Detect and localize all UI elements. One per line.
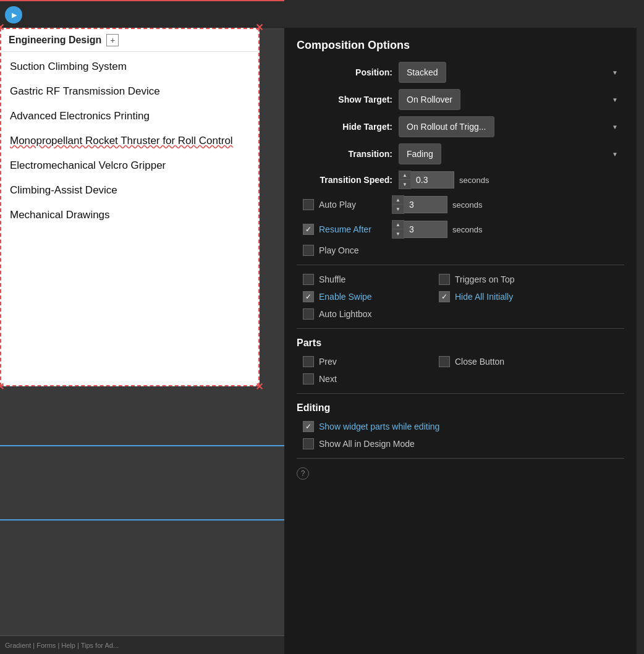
position-label: Position: (297, 67, 392, 77)
play-button[interactable] (5, 6, 22, 23)
list-item[interactable]: Monopropellant Rocket Thruster for Roll … (1, 129, 258, 153)
separator-1 (297, 265, 624, 265)
parts-section-header: Parts (297, 338, 624, 349)
triggers-top-col: Triggers on Top (439, 274, 575, 285)
bottom-bar: Gradient | Forms | Help | Tips for Ad... (0, 635, 284, 654)
prev-close-row: Prev Close Button (297, 356, 624, 367)
list-item[interactable]: Electromechanical Velcro Gripper (1, 153, 258, 178)
transition-speed-up[interactable]: ▲ (399, 171, 410, 180)
transition-speed-control: ▲ ▼ (399, 171, 454, 189)
auto-play-checkbox[interactable] (303, 199, 314, 210)
auto-play-seconds: seconds (452, 200, 482, 210)
transition-speed-input[interactable] (411, 171, 454, 189)
hide-target-label: Hide Target: (297, 122, 392, 132)
hide-target-select[interactable]: On Rollout of Trigg... On Click Never (399, 116, 494, 137)
separator-4 (297, 458, 624, 459)
shuffle-col: Shuffle (303, 274, 439, 285)
panel-header: Engineering Design + (1, 29, 258, 52)
show-target-label: Show Target: (297, 95, 392, 104)
transition-row: Transition: Fading Sliding None (297, 143, 624, 164)
panel-title: Composition Options (297, 39, 624, 52)
editing-section-header: Editing (297, 402, 624, 414)
hide-all-initially-label: Hide All Initially (455, 292, 513, 302)
prev-col: Prev (303, 356, 439, 367)
composition-options-panel: Composition Options Position: Stacked Fl… (284, 28, 637, 654)
transition-speed-label: Transition Speed: (297, 175, 392, 185)
prev-checkbox[interactable] (303, 356, 314, 367)
enable-swipe-checkbox[interactable] (303, 291, 314, 302)
panel-title: Engineering Design (9, 35, 101, 46)
close-button-col: Close Button (439, 356, 575, 367)
left-panel: ✕ ✕ ✕ ✕ Engineering Design + Suction Cli… (0, 28, 260, 386)
corner-marker-tl: ✕ (0, 22, 4, 33)
shuffle-label: Shuffle (319, 274, 345, 284)
transition-select-wrapper: Fading Sliding None (399, 143, 624, 164)
close-button-label: Close Button (455, 357, 504, 367)
list-item[interactable]: Suction Climbing System (1, 54, 258, 79)
auto-play-spinners: ▲ ▼ (392, 195, 404, 214)
add-button[interactable]: + (106, 34, 119, 46)
list-item[interactable]: Advanced Electronics Printing (1, 104, 258, 129)
auto-play-label: Auto Play (319, 200, 387, 210)
resume-after-up[interactable]: ▲ (392, 221, 404, 229)
next-checkbox[interactable] (303, 373, 314, 384)
corner-marker-br: ✕ (255, 381, 263, 393)
show-widget-parts-checkbox[interactable] (303, 421, 314, 432)
position-row: Position: Stacked Floating Inline (297, 62, 624, 83)
next-label: Next (319, 374, 337, 384)
list-item[interactable]: Mechanical Drawings (1, 203, 258, 227)
auto-lightbox-checkbox[interactable] (303, 308, 314, 320)
corner-marker-bl: ✕ (0, 381, 4, 393)
next-row: Next (297, 373, 624, 384)
help-icon[interactable]: ? (297, 467, 309, 480)
show-target-row: Show Target: On Rollover On Click Always (297, 89, 624, 110)
show-all-design-label: Show All in Design Mode (319, 439, 415, 449)
position-select[interactable]: Stacked Floating Inline (399, 62, 446, 83)
show-target-select[interactable]: On Rollover On Click Always (399, 89, 460, 110)
transition-speed-spinners: ▲ ▼ (399, 171, 411, 189)
auto-play-row: Auto Play ▲ ▼ seconds (297, 195, 624, 214)
resume-after-spinners: ▲ ▼ (392, 220, 404, 239)
triggers-on-top-label: Triggers on Top (455, 274, 515, 284)
resume-after-input[interactable] (404, 221, 447, 238)
resume-after-seconds: seconds (452, 225, 482, 234)
prev-label: Prev (319, 357, 337, 367)
show-all-design-row: Show All in Design Mode (297, 438, 624, 449)
resume-after-control: ▲ ▼ (392, 220, 447, 239)
swipe-hide-row: Enable Swipe Hide All Initially (297, 291, 624, 302)
list-item[interactable]: Climbing-Assist Device (1, 178, 258, 203)
resume-after-checkbox[interactable] (303, 224, 314, 235)
triggers-on-top-checkbox[interactable] (439, 274, 450, 285)
blue-line-1 (0, 445, 284, 446)
hide-all-initially-col: Hide All Initially (439, 291, 575, 302)
resume-after-down[interactable]: ▼ (392, 229, 404, 238)
auto-play-up[interactable]: ▲ (392, 196, 404, 205)
transition-speed-down[interactable]: ▼ (399, 180, 410, 189)
show-widget-parts-row: Show widget parts while editing (297, 421, 624, 432)
auto-play-control: ▲ ▼ (392, 195, 447, 214)
transition-select[interactable]: Fading Sliding None (399, 143, 441, 164)
resume-after-row: Resume After ▲ ▼ seconds (297, 220, 624, 239)
hide-all-initially-checkbox[interactable] (439, 291, 450, 302)
resume-after-label: Resume After (319, 224, 387, 234)
hide-target-select-wrapper: On Rollout of Trigg... On Click Never (399, 116, 624, 137)
bottom-bar-text: Gradient | Forms | Help | Tips for Ad... (5, 642, 119, 649)
play-once-label: Play Once (319, 245, 359, 255)
show-widget-parts-label: Show widget parts while editing (319, 422, 439, 431)
show-all-design-checkbox[interactable] (303, 438, 314, 449)
auto-play-input[interactable] (404, 196, 447, 213)
corner-marker-tr: ✕ (255, 22, 263, 33)
separator-2 (297, 328, 624, 329)
enable-swipe-label: Enable Swipe (319, 292, 372, 302)
transition-speed-seconds: seconds (459, 176, 489, 185)
play-once-checkbox[interactable] (303, 245, 314, 256)
separator-3 (297, 393, 624, 394)
auto-play-down[interactable]: ▼ (392, 205, 404, 213)
list-item[interactable]: Gastric RF Transmission Device (1, 79, 258, 104)
close-button-checkbox[interactable] (439, 356, 450, 367)
shuffle-checkbox[interactable] (303, 274, 314, 285)
hide-target-row: Hide Target: On Rollout of Trigg... On C… (297, 116, 624, 137)
transition-speed-row: Transition Speed: ▲ ▼ seconds (297, 171, 624, 189)
blue-line-2 (0, 519, 284, 520)
show-target-select-wrapper: On Rollover On Click Always (399, 89, 624, 110)
